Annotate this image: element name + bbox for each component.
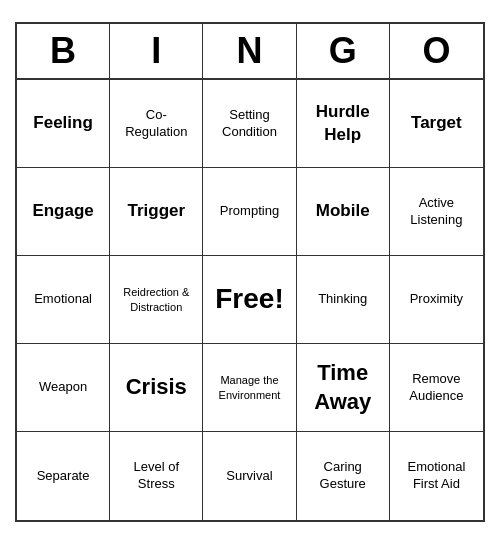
cell-text-12: Free! <box>215 281 283 317</box>
cell-text-8: Mobile <box>316 200 370 222</box>
header-letter-i: I <box>110 24 203 78</box>
cell-text-16: Crisis <box>126 373 187 402</box>
cell-text-3: Hurdle Help <box>303 101 383 145</box>
cell-text-24: Emotional First Aid <box>396 459 477 493</box>
header-letter-n: N <box>203 24 296 78</box>
cell-text-14: Proximity <box>410 291 463 308</box>
bingo-cell-7: Prompting <box>203 168 296 256</box>
cell-text-20: Separate <box>37 468 90 485</box>
cell-text-17: Manage the Environment <box>209 373 289 402</box>
bingo-cell-2: Setting Condition <box>203 80 296 168</box>
cell-text-4: Target <box>411 112 462 134</box>
bingo-cell-14: Proximity <box>390 256 483 344</box>
cell-text-10: Emotional <box>34 291 92 308</box>
cell-text-7: Prompting <box>220 203 279 220</box>
bingo-cell-24: Emotional First Aid <box>390 432 483 520</box>
bingo-cell-20: Separate <box>17 432 110 520</box>
bingo-cell-13: Thinking <box>297 256 390 344</box>
bingo-cell-0: Feeling <box>17 80 110 168</box>
bingo-cell-10: Emotional <box>17 256 110 344</box>
header-letter-g: G <box>297 24 390 78</box>
cell-text-18: Time Away <box>303 359 383 416</box>
bingo-card: BINGO FeelingCo-RegulationSetting Condit… <box>15 22 485 522</box>
cell-text-9: Active Listening <box>396 195 477 229</box>
bingo-cell-9: Active Listening <box>390 168 483 256</box>
cell-text-21: Level of Stress <box>116 459 196 493</box>
bingo-cell-16: Crisis <box>110 344 203 432</box>
bingo-cell-17: Manage the Environment <box>203 344 296 432</box>
bingo-cell-5: Engage <box>17 168 110 256</box>
cell-text-22: Survival <box>226 468 272 485</box>
bingo-grid: FeelingCo-RegulationSetting ConditionHur… <box>17 80 483 520</box>
bingo-cell-11: Reidrection & Distraction <box>110 256 203 344</box>
cell-text-23: Caring Gesture <box>303 459 383 493</box>
bingo-cell-21: Level of Stress <box>110 432 203 520</box>
header-letter-o: O <box>390 24 483 78</box>
cell-text-2: Setting Condition <box>209 107 289 141</box>
cell-text-11: Reidrection & Distraction <box>116 285 196 314</box>
cell-text-0: Feeling <box>33 112 93 134</box>
cell-text-19: Remove Audience <box>396 371 477 405</box>
bingo-cell-12: Free! <box>203 256 296 344</box>
bingo-cell-8: Mobile <box>297 168 390 256</box>
cell-text-5: Engage <box>32 200 93 222</box>
cell-text-1: Co-Regulation <box>116 107 196 141</box>
cell-text-6: Trigger <box>127 200 185 222</box>
bingo-cell-6: Trigger <box>110 168 203 256</box>
bingo-cell-4: Target <box>390 80 483 168</box>
bingo-cell-23: Caring Gesture <box>297 432 390 520</box>
bingo-cell-15: Weapon <box>17 344 110 432</box>
bingo-header: BINGO <box>17 24 483 80</box>
bingo-cell-3: Hurdle Help <box>297 80 390 168</box>
header-letter-b: B <box>17 24 110 78</box>
bingo-cell-18: Time Away <box>297 344 390 432</box>
cell-text-15: Weapon <box>39 379 87 396</box>
cell-text-13: Thinking <box>318 291 367 308</box>
bingo-cell-22: Survival <box>203 432 296 520</box>
bingo-cell-19: Remove Audience <box>390 344 483 432</box>
bingo-cell-1: Co-Regulation <box>110 80 203 168</box>
